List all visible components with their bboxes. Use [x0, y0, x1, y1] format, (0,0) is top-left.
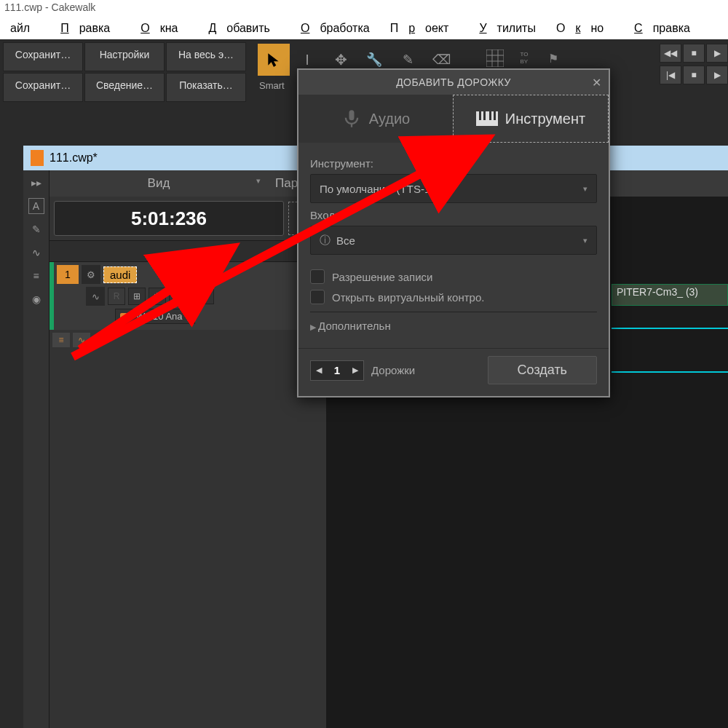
tab-audio[interactable]: Аудио: [298, 95, 453, 143]
toolbar-mixdown-button[interactable]: Сведение…: [84, 73, 165, 102]
menu-edit[interactable]: Правка: [40, 20, 120, 36]
svg-rect-7: [483, 111, 486, 120]
time-display[interactable]: 5:01:236: [54, 201, 284, 236]
audio-waveform[interactable]: [612, 306, 728, 393]
list-icon[interactable]: ≡: [28, 268, 44, 284]
wave-icon[interactable]: ∿: [86, 287, 105, 306]
svg-rect-9: [494, 111, 496, 120]
knob-icon[interactable]: ◉: [28, 291, 44, 307]
waveform-icon[interactable]: ∿: [28, 245, 44, 261]
dialog-title: ДОБАВИТЬ ДОРОЖКУ: [396, 76, 511, 88]
transport-play-button[interactable]: ▶: [706, 44, 728, 63]
spinner-down-icon[interactable]: ◀: [311, 361, 327, 380]
toolbar-show-button[interactable]: Показать…: [166, 73, 246, 102]
view-dropdown[interactable]: Вид: [50, 176, 268, 191]
automation-edit-icon[interactable]: ✎: [28, 221, 44, 237]
track-input-label[interactable]: FW: [189, 289, 214, 304]
window-titlebar: 111.cwp - Cakewalk: [0, 0, 728, 17]
track-settings-icon[interactable]: ⚙: [82, 265, 100, 284]
open-virtual-checkbox[interactable]: [310, 290, 325, 304]
dialog-titlebar[interactable]: ДОБАВИТЬ ДОРОЖКУ ✕: [298, 70, 609, 95]
document-title: 111.cwp*: [50, 151, 98, 165]
toolbar-fullscreen-button[interactable]: На весь э…: [166, 42, 246, 71]
track-archive-button[interactable]: A: [169, 288, 186, 305]
instrument-label: Инструмент:: [310, 157, 597, 170]
smart-tool-button[interactable]: [258, 44, 290, 76]
track-freeze-button[interactable]: ✱: [149, 288, 166, 305]
track-panel: Вид Пара 5:01:236 + 1 ⚙ audi M ∿ R: [50, 170, 326, 728]
add-track-dialog: ДОБАВИТЬ ДОРОЖКУ ✕ Аудио Инструмент Инст…: [297, 68, 610, 397]
menu-utilities[interactable]: Утилиты: [459, 20, 546, 36]
loop-start-button[interactable]: |◀: [660, 66, 681, 84]
svg-rect-6: [479, 111, 481, 120]
spinner-up-icon[interactable]: ▶: [347, 361, 363, 380]
inspector-strip: ▸▸ A ✎ ∿ ≡ ◉: [23, 170, 50, 728]
menu-process[interactable]: Обработка: [280, 20, 380, 36]
svg-rect-0: [486, 50, 504, 67]
tracks-label: Дорожки: [371, 364, 480, 376]
track-btn1[interactable]: ⊞: [128, 288, 146, 305]
microphone-icon: [341, 108, 362, 129]
loop-play-button[interactable]: ▶: [706, 66, 728, 84]
toolbar-save2-button[interactable]: Сохранит…: [3, 73, 83, 102]
piano-icon: [476, 111, 498, 127]
advanced-expander[interactable]: Дополнительн: [310, 312, 597, 339]
automation-a-icon[interactable]: A: [28, 198, 44, 214]
record-arm-button[interactable]: R: [108, 288, 125, 305]
document-icon: [31, 150, 44, 166]
track-count-value[interactable]: 1: [327, 364, 347, 376]
track-name-field[interactable]: audi: [103, 266, 137, 283]
track-count-spinner[interactable]: ◀ 1 ▶: [310, 360, 364, 381]
record-enable-checkbox[interactable]: [310, 269, 325, 284]
smart-tool-label: Smart: [259, 80, 285, 91]
track-row[interactable]: 1 ⚙ audi M ∿ R ⊞ ✱ A FW FW 410 Ana ▾: [50, 262, 326, 330]
menu-bar: айл Правка Окна Добавить Обработка Проек…: [0, 17, 728, 39]
create-button[interactable]: Создать: [488, 356, 597, 384]
toolbar-save1-button[interactable]: Сохранит…: [3, 42, 83, 71]
svg-rect-8: [489, 111, 491, 120]
track-view-wave-icon[interactable]: ∿: [73, 333, 90, 347]
transport-stop-button[interactable]: ■: [683, 44, 705, 63]
expand-icon[interactable]: ▸▸: [28, 175, 44, 191]
menu-window[interactable]: Окно: [546, 20, 614, 36]
transport-rewind-button[interactable]: ◀◀: [660, 44, 681, 63]
menu-file[interactable]: айл: [0, 20, 40, 36]
tab-instrument[interactable]: Инструмент: [453, 95, 609, 143]
track-view-list-icon[interactable]: ≡: [52, 333, 70, 347]
track-number[interactable]: 1: [57, 265, 79, 284]
toolbar-settings-button[interactable]: Настройки: [84, 42, 165, 71]
menu-windows[interactable]: Окна: [120, 20, 188, 36]
audio-clip[interactable]: PITER7-Cm3_ (3): [612, 284, 728, 306]
menu-add[interactable]: Добавить: [188, 20, 280, 36]
open-virtual-label: Открыть виртуальный контро.: [332, 291, 484, 304]
input-label: Вход:: [310, 209, 597, 221]
menu-project[interactable]: Проект: [380, 20, 459, 36]
close-icon[interactable]: ✕: [592, 76, 602, 90]
instrument-dropdown[interactable]: По умолчанию (TTS-1): [310, 174, 597, 203]
loop-stop-button[interactable]: ■: [683, 66, 705, 84]
input-dropdown[interactable]: ⓘ Все: [310, 226, 597, 255]
track-output-dropdown[interactable]: FW 410 Ana ▾: [115, 309, 195, 324]
info-icon: ⓘ: [320, 234, 331, 248]
record-enable-label: Разрешение записи: [332, 271, 432, 283]
menu-help[interactable]: Справка: [614, 20, 700, 36]
window-title: 111.cwp - Cakewalk: [4, 1, 95, 13]
